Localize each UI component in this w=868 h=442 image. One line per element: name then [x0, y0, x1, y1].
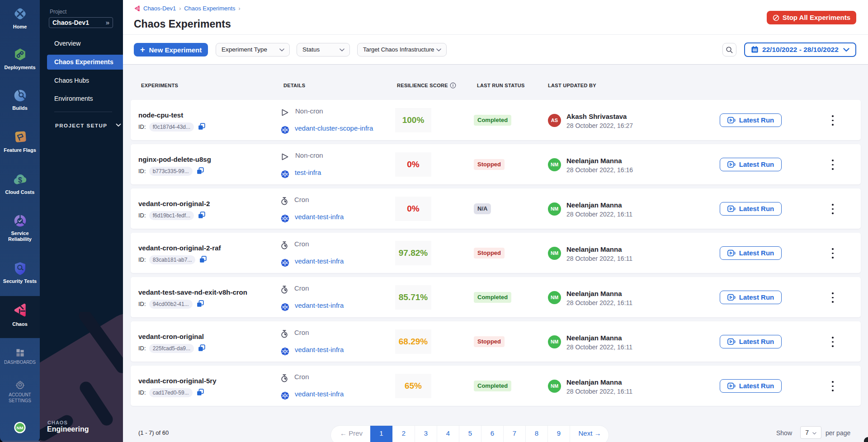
- svg-text:$: $: [18, 176, 22, 184]
- svg-text:NM: NM: [17, 425, 24, 430]
